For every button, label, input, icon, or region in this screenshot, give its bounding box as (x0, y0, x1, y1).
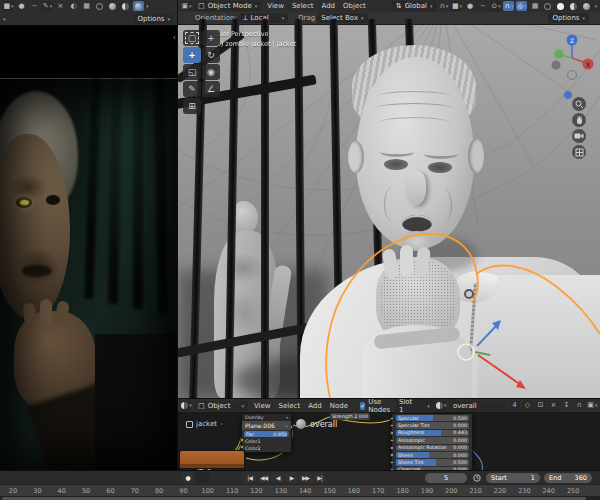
select-tool-dropdown[interactable]: Select Box▾ (317, 13, 367, 23)
collapse-arrow-icon[interactable]: ‹ (173, 33, 176, 42)
shader-type-dropdown[interactable]: □ Object▾ (194, 401, 248, 411)
node-slider-anisotropic[interactable]: Anisotropic0.000 (396, 437, 469, 443)
material-name-field[interactable]: overall (449, 401, 507, 411)
overlays-icon[interactable]: ▦ (529, 1, 540, 11)
curve-icon[interactable]: ~ (477, 1, 488, 11)
input-socket[interactable] (390, 417, 394, 421)
scale-tool[interactable]: ◱ (183, 64, 201, 80)
x-icon[interactable]: × (55, 1, 66, 11)
input-socket[interactable] (390, 439, 394, 443)
falloff-dropdown[interactable]: ■▾ (3, 1, 14, 11)
menu-view[interactable]: View (250, 402, 275, 410)
color1-socket[interactable] (240, 438, 244, 442)
input-color2[interactable]: Color2 (242, 445, 291, 452)
end-frame-field[interactable]: End360 (544, 473, 592, 483)
node-graph-canvas[interactable]: jacket › Overlay▾ Plane.006› Fac0.950 Co… (178, 413, 600, 470)
fake-user-shield-icon[interactable]: ◇ (522, 401, 533, 411)
clock-icon[interactable] (471, 472, 482, 483)
input-socket[interactable] (390, 461, 394, 465)
measure-tool[interactable]: ∠ (202, 81, 220, 97)
start-frame-field[interactable]: Start1 (486, 473, 540, 483)
jump-to-start-button[interactable]: |◀ (243, 472, 256, 483)
pan-hand-button[interactable] (572, 113, 586, 127)
circle-icon[interactable]: ● (16, 1, 27, 11)
new-material-icon[interactable]: ⊡ (535, 401, 546, 411)
node-slider-roughness[interactable]: Roughness0.443 (396, 430, 469, 436)
chevron-down-icon[interactable]: ▾ (146, 3, 149, 9)
grid-icon[interactable]: ▦ (81, 1, 92, 11)
timeline-ruler[interactable]: 2030405060708090100110120130140150160170… (0, 484, 600, 496)
transform-tool[interactable]: ◉ (202, 64, 220, 80)
input-socket[interactable] (390, 424, 394, 428)
chevron-down-icon[interactable]: ▾ (3, 16, 6, 22)
rendered-shading-icon[interactable] (581, 1, 592, 11)
node-slider-specular-tint[interactable]: Specular Tint0.000 (396, 422, 469, 428)
transform-orientation-dropdown[interactable]: ⇅ Global▾ (392, 1, 437, 11)
select-box-tool[interactable]: ▢ (183, 30, 201, 46)
use-nodes-checkbox[interactable]: ✓ Use Nodes (360, 398, 393, 414)
jump-to-end-button[interactable]: ▶| (313, 472, 326, 483)
auto-keyframe-button[interactable]: ● (181, 472, 194, 483)
zoom-button[interactable] (572, 97, 586, 111)
half-sphere-icon[interactable]: ◐ (68, 1, 79, 11)
next-keyframe-button[interactable]: ▶▶ (299, 472, 312, 483)
circle-icon[interactable]: ● (464, 1, 475, 11)
mode-dropdown[interactable]: □ Object Mode▾ (194, 1, 261, 11)
keying-set-button[interactable] (196, 472, 209, 483)
sculpt-figure[interactable] (178, 25, 600, 398)
cursor-tool[interactable]: + (202, 30, 220, 46)
options-button[interactable]: Options▾ (548, 13, 589, 23)
node-slider-specular[interactable]: Specular0.500 (396, 415, 469, 421)
solid-sphere-icon[interactable] (107, 1, 118, 11)
node-title[interactable]: Plane.006› (242, 421, 291, 430)
input-socket[interactable] (390, 453, 394, 457)
color2-socket[interactable] (240, 445, 244, 449)
menu-view[interactable]: View (263, 2, 288, 10)
options-button[interactable]: Options▾ (133, 14, 174, 24)
timeline-scrollbar[interactable] (0, 496, 600, 500)
fac-slider[interactable]: Fac0.950 (242, 430, 291, 438)
falloff-dropdown[interactable]: ■▾ (451, 1, 462, 11)
rendered-sphere-icon[interactable] (133, 1, 144, 11)
blend-mode-dropdown[interactable]: Overlay▾ (242, 414, 291, 421)
pivot-point-dropdown[interactable]: ⊙▾ (490, 1, 501, 11)
menu-select[interactable]: Select (275, 402, 305, 410)
unlink-material-icon[interactable]: × (548, 401, 559, 411)
menu-add[interactable]: Add (304, 402, 326, 410)
pin-icon[interactable]: ↧ (561, 401, 572, 411)
viewport-canvas[interactable]: Z X User Perspective (1) zombie jacket |… (178, 25, 600, 398)
snap-magnet-icon[interactable]: ∩▾ (438, 1, 449, 11)
pen-dropdown[interactable]: ✎▾ (42, 1, 53, 11)
annotate-tool[interactable]: ✎ (183, 81, 201, 97)
material-sphere-icon[interactable] (120, 1, 131, 11)
proportional-edit-icon[interactable]: ◎▾ (516, 1, 527, 11)
snap-toggle-icon[interactable]: ∩▾ (503, 1, 514, 11)
material-users-count[interactable]: 4 (509, 401, 520, 411)
menu-select[interactable]: Select (288, 2, 318, 10)
image-texture-node[interactable] (179, 450, 245, 469)
node-slider-sheen[interactable]: Sheen0.000 (396, 452, 469, 458)
principled-bsdf-node[interactable]: Specular0.500 Specular Tint0.000 Roughne… (391, 413, 473, 470)
material-shading-icon[interactable] (568, 1, 579, 11)
menu-add[interactable]: Add (317, 2, 339, 10)
input-socket[interactable] (390, 446, 394, 450)
previous-keyframe-button[interactable]: ◀◀ (257, 472, 270, 483)
chevron-down-icon[interactable]: ▾ (594, 3, 597, 9)
input-color1[interactable]: Color1 (242, 438, 291, 445)
solid-shading-icon[interactable] (555, 1, 566, 11)
camera-view-button[interactable] (572, 129, 586, 143)
current-frame-field[interactable]: 5 (425, 473, 467, 483)
previous-frame-button[interactable]: ◀ (271, 472, 284, 483)
node-slider-sheen-tint[interactable]: Sheen Tint0.500 (396, 459, 469, 465)
play-button[interactable]: ▶ (285, 472, 298, 483)
node-slider-anisotropic-rotation[interactable]: Anisotropic Rotation0.000 (396, 445, 469, 451)
menu-object[interactable]: Object (339, 2, 370, 10)
rotate-tool[interactable]: ↻ (202, 47, 220, 63)
ortho-grid-button[interactable] (572, 145, 586, 159)
input-socket[interactable] (390, 431, 394, 435)
browse-material-icon[interactable]: ▾ (436, 401, 447, 411)
strength-field[interactable]: Strength2.000 (330, 413, 370, 420)
wireframe-shading-icon[interactable] (542, 1, 553, 11)
curve-icon[interactable]: ~ (29, 1, 40, 11)
editor-type-icon[interactable]: ▾ (181, 401, 192, 411)
